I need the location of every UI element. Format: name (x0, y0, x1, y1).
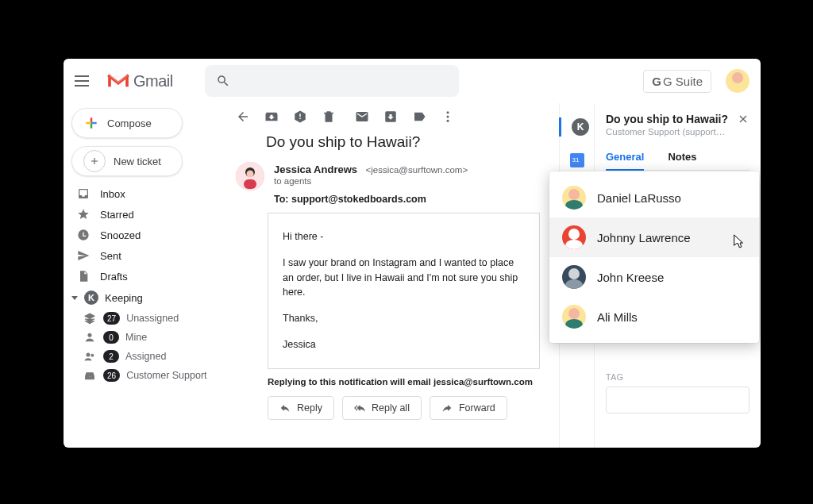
svg-point-8 (247, 171, 254, 178)
svg-point-5 (447, 120, 449, 122)
sidebar-item-starred[interactable]: Starred (71, 205, 212, 224)
svg-point-4 (447, 116, 449, 118)
svg-rect-9 (244, 179, 256, 189)
email-toolbar (218, 103, 540, 133)
spam-icon[interactable] (293, 110, 307, 124)
gmail-m-icon (106, 72, 130, 90)
sidebar-item-sent[interactable]: Sent (71, 246, 212, 265)
sender-name: Jessica Andrews (274, 164, 357, 175)
send-icon (76, 249, 91, 262)
reply-all-button[interactable]: Reply all (342, 396, 422, 420)
avatar-icon (562, 305, 586, 329)
email-body: Hi there - I saw your brand on Instagram… (268, 213, 540, 369)
sidebar-sub-assigned[interactable]: 2 Assigned (71, 348, 212, 365)
file-icon (76, 270, 91, 283)
archive-icon[interactable] (264, 110, 279, 124)
back-icon[interactable] (236, 110, 250, 124)
sidebar-item-inbox[interactable]: Inbox (71, 184, 212, 203)
more-icon[interactable] (441, 110, 455, 124)
labels-icon[interactable] (412, 110, 426, 124)
inbox-tray-icon (83, 369, 97, 382)
assignee-option[interactable]: Ali Mills (549, 297, 759, 337)
caret-down-icon (71, 296, 78, 300)
tag-input[interactable] (606, 387, 749, 414)
svg-point-0 (88, 333, 91, 337)
tab-notes[interactable]: Notes (668, 151, 696, 170)
gmail-logo: Gmail (106, 72, 173, 90)
sidebar: Compose New ticket Inbox Starred Snoozed (64, 103, 218, 448)
gsuite-badge[interactable]: G G Suite (643, 70, 711, 93)
star-icon (76, 208, 91, 221)
sender-to: to agents (274, 176, 540, 186)
close-icon[interactable] (737, 113, 749, 129)
sender-row: Jessica Andrews <jessica@surftown.com> t… (233, 162, 540, 205)
account-avatar[interactable] (726, 69, 749, 93)
email-view: Do you ship to Hawaii? Jessica Andrews <… (218, 103, 559, 448)
move-to-icon[interactable] (383, 110, 398, 124)
reply-buttons: Reply Reply all Forward (268, 396, 540, 420)
mark-unread-icon[interactable] (355, 110, 369, 124)
compose-plus-icon (83, 115, 99, 131)
panel-subtitle: Customer Support (support@stok… (606, 127, 733, 137)
search-icon (216, 74, 230, 88)
tag-label: TAG (606, 372, 749, 382)
email-to-line: To: support@stokedboards.com (274, 194, 540, 205)
assignee-option[interactable]: Johnny Lawrence (549, 217, 759, 257)
forward-button[interactable]: Forward (430, 396, 507, 420)
header: Gmail G G Suite (64, 59, 761, 103)
avatar-icon (562, 186, 586, 210)
search-input[interactable] (205, 65, 459, 97)
svg-point-2 (91, 354, 94, 356)
panel-title: Do you ship to Hawaii? (606, 113, 733, 125)
new-ticket-label: New ticket (114, 156, 161, 167)
plus-circle-icon (83, 150, 106, 172)
gsuite-g: G (652, 75, 661, 88)
sidebar-item-drafts[interactable]: Drafts (71, 267, 212, 286)
panel-tabs: General Notes (606, 151, 749, 171)
addon-calendar[interactable] (568, 151, 587, 170)
svg-point-3 (447, 111, 449, 113)
assignee-option[interactable]: John Kreese (549, 257, 759, 297)
email-subject: Do you ship to Hawaii? (218, 133, 540, 151)
cursor-icon (729, 233, 745, 252)
person-icon (83, 331, 97, 344)
clock-icon (76, 229, 91, 241)
new-ticket-button[interactable]: New ticket (71, 146, 183, 176)
avatar-icon (562, 265, 586, 289)
layers-icon (83, 312, 97, 325)
assignee-option[interactable]: Daniel LaRusso (549, 178, 759, 217)
svg-point-1 (87, 353, 90, 356)
keeping-k-icon: K (84, 290, 98, 305)
sidebar-sub-customer-support[interactable]: 26 Customer Support (71, 367, 212, 384)
avatar-icon (562, 225, 586, 249)
sender-email: <jessica@surftown.com> (365, 165, 468, 175)
gsuite-label: G Suite (663, 75, 703, 88)
people-icon (83, 350, 97, 363)
menu-icon[interactable] (75, 71, 94, 90)
reply-button[interactable]: Reply (268, 396, 334, 420)
app-name: Gmail (133, 72, 173, 90)
sidebar-sub-unassigned[interactable]: 27 Unassigned (71, 310, 212, 327)
sidebar-sub-mine[interactable]: 0 Mine (71, 329, 212, 346)
reply-note: Replying to this notification will email… (268, 377, 540, 387)
sidebar-section-keeping[interactable]: K Keeping (71, 287, 212, 308)
sidebar-item-snoozed[interactable]: Snoozed (71, 225, 212, 244)
inbox-icon (76, 187, 91, 200)
delete-icon[interactable] (322, 110, 336, 124)
tab-general[interactable]: General (606, 151, 644, 171)
compose-button[interactable]: Compose (71, 108, 183, 138)
compose-label: Compose (107, 117, 152, 129)
assignee-dropdown-list: Daniel LaRusso Johnny Lawrence John Kree… (549, 171, 759, 343)
addon-keeping[interactable]: K (559, 117, 593, 137)
sender-avatar (236, 162, 264, 190)
